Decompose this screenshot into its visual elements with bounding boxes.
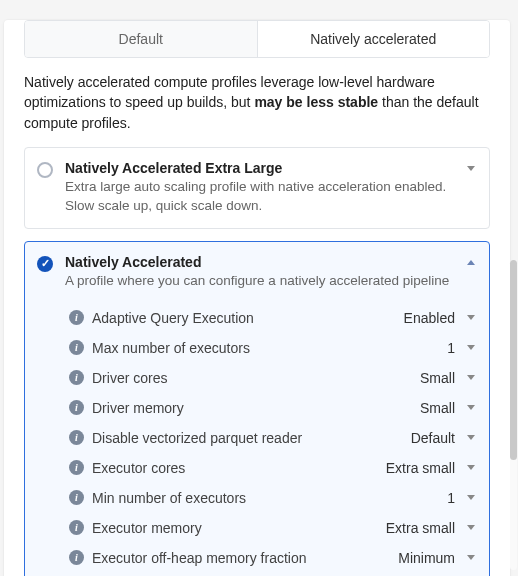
setting-row[interactable]: iExecutor memoryExtra small [69,513,475,543]
info-icon[interactable]: i [69,400,84,415]
setting-value[interactable]: Minimum [398,550,455,566]
profile-card-extra-large[interactable]: Natively Accelerated Extra Large Extra l… [24,147,490,229]
chevron-down-icon[interactable] [467,166,475,171]
setting-row[interactable]: iAdaptive Query ExecutionEnabled [69,303,475,333]
scrollbar-thumb[interactable] [510,260,517,460]
description-text: Natively accelerated compute profiles le… [4,72,510,147]
chevron-down-icon[interactable] [467,405,475,410]
setting-label: Max number of executors [92,340,439,356]
compute-profiles-panel: Default Natively accelerated Natively ac… [4,20,510,576]
profile-type-tabs: Default Natively accelerated [24,20,490,58]
info-icon[interactable]: i [69,430,84,445]
radio-checked-icon[interactable] [37,256,53,272]
chevron-down-icon[interactable] [467,315,475,320]
setting-label: Driver cores [92,370,412,386]
setting-value[interactable]: Default [411,430,455,446]
setting-label: Executor cores [92,460,378,476]
scrollbar-track[interactable] [510,260,517,570]
profile-subtitle: Extra large auto scaling profile with na… [65,178,455,216]
settings-list: iAdaptive Query ExecutionEnablediMax num… [25,303,489,576]
chevron-up-icon[interactable] [467,260,475,265]
setting-row[interactable]: iDriver memorySmall [69,393,475,423]
setting-row[interactable]: iExecutor off-heap memory fractionMinimu… [69,543,475,573]
setting-row[interactable]: iMin number of executors1 [69,483,475,513]
setting-value[interactable]: Small [420,400,455,416]
setting-label: Min number of executors [92,490,439,506]
setting-value[interactable]: Extra small [386,460,455,476]
setting-row[interactable]: iMax number of executors1 [69,333,475,363]
tab-natively-accelerated[interactable]: Natively accelerated [257,21,490,57]
setting-row[interactable]: iExecutor coresExtra small [69,453,475,483]
chevron-down-icon[interactable] [467,525,475,530]
tab-default[interactable]: Default [25,21,257,57]
profile-text: Natively Accelerated Extra Large Extra l… [65,160,455,216]
info-icon[interactable]: i [69,490,84,505]
info-icon[interactable]: i [69,310,84,325]
setting-value[interactable]: Enabled [404,310,455,326]
info-icon[interactable]: i [69,370,84,385]
setting-row[interactable]: iDriver coresSmall [69,363,475,393]
setting-value[interactable]: Extra small [386,520,455,536]
setting-value[interactable]: 1 [447,340,455,356]
chevron-down-icon[interactable] [467,345,475,350]
setting-label: Executor memory [92,520,378,536]
profile-text: Natively Accelerated A profile where you… [65,254,455,291]
profile-card-header[interactable]: Natively Accelerated A profile where you… [25,242,489,303]
info-icon[interactable]: i [69,340,84,355]
chevron-down-icon[interactable] [467,555,475,560]
setting-label: Driver memory [92,400,412,416]
profile-card-header[interactable]: Natively Accelerated Extra Large Extra l… [25,148,489,228]
info-icon[interactable]: i [69,550,84,565]
setting-label: Adaptive Query Execution [92,310,396,326]
profile-subtitle: A profile where you can configure a nati… [65,272,455,291]
info-icon[interactable]: i [69,520,84,535]
setting-row[interactable]: iDisable vectorized parquet readerDefaul… [69,423,475,453]
setting-label: Disable vectorized parquet reader [92,430,403,446]
profile-title: Natively Accelerated Extra Large [65,160,455,176]
profile-card-natively-accelerated[interactable]: Natively Accelerated A profile where you… [24,241,490,576]
radio-unselected-icon[interactable] [37,162,53,178]
chevron-down-icon[interactable] [467,495,475,500]
chevron-down-icon[interactable] [467,435,475,440]
chevron-down-icon[interactable] [467,465,475,470]
info-icon[interactable]: i [69,460,84,475]
setting-label: Executor off-heap memory fraction [92,550,390,566]
setting-value[interactable]: Small [420,370,455,386]
chevron-down-icon[interactable] [467,375,475,380]
setting-value[interactable]: 1 [447,490,455,506]
profile-title: Natively Accelerated [65,254,455,270]
